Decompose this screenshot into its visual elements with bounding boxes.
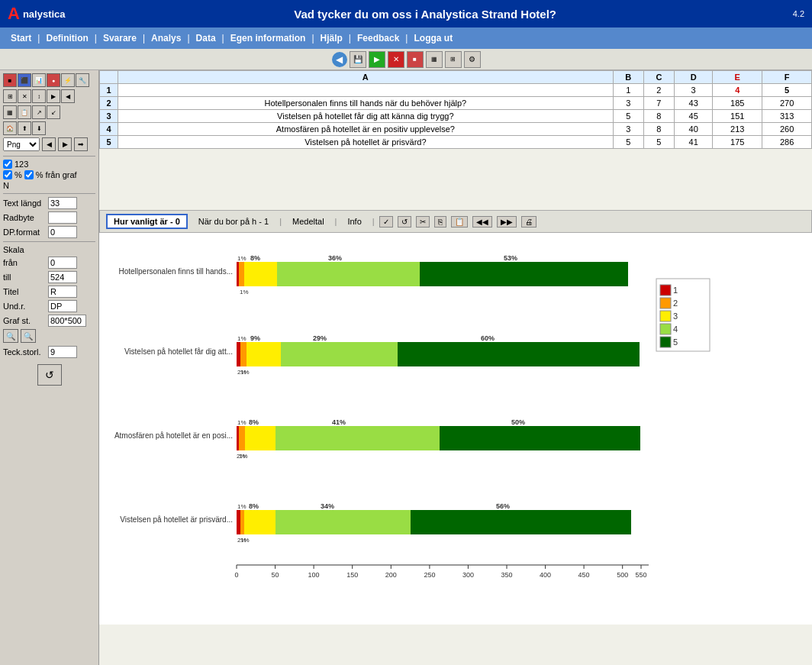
- sb-icon-18[interactable]: ⬇: [32, 121, 46, 135]
- chart-prev[interactable]: ◀◀: [472, 216, 492, 228]
- bar-pct-bottom-4-1: 2%: [237, 537, 246, 544]
- chart-copy[interactable]: ⎘: [434, 216, 446, 228]
- sb-icon-14[interactable]: ↗: [32, 105, 46, 119]
- zoom-out-button[interactable]: 🔍: [21, 329, 36, 343]
- titel-input[interactable]: [48, 286, 77, 298]
- till-input[interactable]: [48, 271, 77, 283]
- sb-icon-4[interactable]: ●: [47, 73, 60, 87]
- zoom-in-button[interactable]: 🔍: [3, 329, 18, 343]
- sb-icon-7[interactable]: ⊞: [3, 89, 17, 103]
- sb-icon-3[interactable]: 📊: [32, 73, 46, 87]
- nav-logga-ut[interactable]: Logga ut: [409, 33, 457, 44]
- bar-seg-3-1: [237, 426, 239, 450]
- chart-confirm[interactable]: ✓: [379, 216, 393, 228]
- nav-next[interactable]: ▶: [58, 137, 72, 151]
- svg-text:100: 100: [308, 571, 320, 579]
- radbyte-input[interactable]: [48, 211, 77, 224]
- graf-st-input[interactable]: [48, 315, 86, 327]
- table-col-e: E: [713, 71, 762, 84]
- table-col-a: A: [118, 71, 614, 84]
- text-langd-input[interactable]: [48, 197, 77, 209]
- sidebar-icon-row4: 🏠 ⬆ ⬇: [3, 121, 95, 135]
- bar-pct-2-5: 60%: [481, 334, 495, 342]
- nav-data[interactable]: Data: [192, 33, 221, 44]
- graf-st-label: Graf st.: [3, 316, 45, 325]
- bar-seg-2-3: [246, 342, 281, 366]
- x-axis: 0 50 100 150 200 250 300 350 400: [234, 565, 646, 579]
- checkbox-row-pct: % % från graf: [3, 170, 95, 179]
- sb-icon-8[interactable]: ✕: [18, 89, 31, 103]
- undr-label: Und.r.: [3, 302, 45, 311]
- apply-button[interactable]: ↺: [37, 364, 62, 386]
- undr-input[interactable]: [48, 300, 77, 312]
- chart-sep-2: |: [335, 217, 337, 226]
- bar-pct-2-1: 1%: [237, 335, 246, 342]
- table-header-row: [100, 71, 118, 84]
- toolbar-red-x[interactable]: ✕: [388, 51, 404, 68]
- checkbox-pct[interactable]: [3, 170, 12, 179]
- bar-pct-1-3: 8%: [250, 254, 260, 262]
- chart-undo[interactable]: ↺: [398, 216, 411, 228]
- chart-paste[interactable]: 📋: [451, 216, 468, 228]
- sb-icon-9[interactable]: ↕: [32, 89, 46, 103]
- nav-definition[interactable]: Definition: [41, 33, 92, 44]
- sb-icon-11[interactable]: ◀: [61, 89, 75, 103]
- sb-icon-5[interactable]: ⚡: [61, 73, 75, 87]
- toolbar-btn7[interactable]: ⚙: [464, 51, 481, 68]
- till-label: till: [3, 273, 45, 282]
- format-select[interactable]: Png: [3, 137, 40, 151]
- nav-export[interactable]: ➡: [74, 137, 88, 151]
- toolbar-btn6[interactable]: ⊞: [445, 51, 462, 68]
- sb-icon-12[interactable]: ▦: [3, 105, 17, 119]
- nav-hjalp[interactable]: Hjälp: [316, 33, 347, 44]
- sb-icon-15[interactable]: ↙: [47, 105, 60, 119]
- nav-feedback[interactable]: Feedback: [353, 33, 404, 44]
- toolbar-red2[interactable]: ■: [407, 51, 424, 68]
- sidebar-icon-row3: ▦ 📋 ↗ ↙: [3, 105, 95, 119]
- chart-tab-3[interactable]: Medeltal: [286, 215, 330, 228]
- checkbox-pct-graf[interactable]: [24, 170, 34, 179]
- svg-text:300: 300: [462, 571, 474, 579]
- sb-icon-13[interactable]: 📋: [18, 105, 31, 119]
- nav-svarare[interactable]: Svarare: [98, 33, 141, 44]
- chart-tab-4[interactable]: Info: [341, 215, 367, 228]
- sb-icon-1[interactable]: ■: [3, 73, 17, 87]
- bar-row-3: Atmosfären på hotellet är en posi... 1% …: [114, 418, 640, 460]
- nav-start[interactable]: Start: [6, 33, 36, 44]
- sb-icon-16[interactable]: 🏠: [3, 121, 17, 135]
- svg-text:250: 250: [424, 571, 435, 579]
- nav-analys[interactable]: Analys: [147, 33, 185, 44]
- fran-input[interactable]: [48, 257, 77, 269]
- svg-text:550: 550: [635, 571, 646, 579]
- bar-label-4: Vistelsen på hotellet är prisvärd...: [120, 515, 233, 524]
- nav-eigen[interactable]: Egen information: [226, 33, 311, 44]
- toolbar-back[interactable]: ◀: [332, 52, 347, 67]
- dp-format-input[interactable]: [48, 226, 77, 238]
- chart-next[interactable]: ▶▶: [497, 216, 517, 228]
- sb-icon-6[interactable]: 🔧: [76, 73, 89, 87]
- bar-row-2: Vistelsen på hotellet får dig att... 1% …: [124, 334, 640, 376]
- toolbar-green1[interactable]: ▶: [369, 51, 385, 68]
- bar-seg-3-4: [276, 426, 440, 450]
- page-title: Vad tycker du om oss i Analystica Strand…: [66, 8, 785, 21]
- checkbox-123[interactable]: [3, 160, 12, 169]
- nav-prev[interactable]: ◀: [42, 137, 56, 151]
- chart-tab-1[interactable]: Hur vanligt är - 0: [106, 214, 188, 229]
- sb-icon-2[interactable]: ⬛: [18, 73, 31, 87]
- legend-label-5: 5: [673, 337, 678, 347]
- chart-tab-2[interactable]: När du bor på h - 1: [192, 215, 275, 228]
- toolbar-save[interactable]: 💾: [350, 51, 366, 68]
- dp-format-row: DP.format: [3, 226, 95, 238]
- chart-cut[interactable]: ✂: [416, 216, 430, 228]
- legend-color-2: [660, 298, 671, 308]
- table-row: 2 Hotellpersonalen finns till hands när …: [100, 97, 812, 110]
- bar-seg-4-5: [411, 510, 631, 534]
- teck-storl-input[interactable]: [48, 346, 77, 358]
- toolbar-btn5[interactable]: ▦: [426, 51, 443, 68]
- sb-icon-17[interactable]: ⬆: [18, 121, 31, 135]
- bar-pct-1-5: 53%: [504, 254, 517, 262]
- chart-print[interactable]: 🖨: [521, 216, 536, 228]
- bar-pct-4-3: 8%: [249, 502, 259, 510]
- undr-row: Und.r.: [3, 300, 95, 312]
- sb-icon-10[interactable]: ▶: [47, 89, 60, 103]
